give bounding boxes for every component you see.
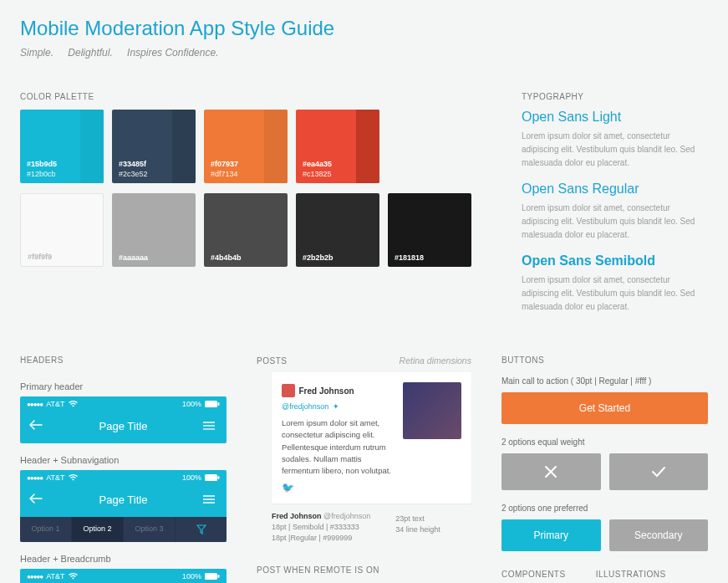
hex: #f9f9f9 bbox=[28, 253, 96, 261]
posts-label: POSTS bbox=[257, 356, 287, 366]
type-heading: Open Sans Regular bbox=[522, 182, 708, 197]
type-body: Lorem ipsum dolor sit amet, consectetur … bbox=[522, 130, 708, 170]
hex: #33485f bbox=[119, 160, 189, 168]
svg-rect-1 bbox=[218, 402, 220, 406]
accept-button[interactable] bbox=[609, 453, 709, 490]
wifi-icon bbox=[69, 573, 78, 580]
subnav: Option 1 Option 2 Option 3 bbox=[20, 517, 227, 542]
battery-pct: 100% bbox=[182, 400, 201, 408]
back-arrow-icon[interactable] bbox=[28, 418, 43, 433]
preferred-desc: 2 options one preferred bbox=[501, 504, 708, 513]
meta-line-4: 34 line height bbox=[395, 525, 440, 534]
tagline: Simple. Delightful. Inspires Confidence. bbox=[20, 47, 708, 59]
headers-label: HEADERS bbox=[20, 355, 227, 365]
type-heading: Open Sans Semibold bbox=[522, 253, 708, 268]
status-bar: ●●●●● AT&T 100% bbox=[20, 569, 227, 583]
swatch-row-1: #15b9d5 #12b0cb #33485f #2c3e52 #f07937 … bbox=[20, 110, 471, 183]
sub-header-subnav: Header + Subnavigation bbox=[20, 455, 227, 465]
signal-icon: ●●●●● bbox=[27, 573, 43, 580]
back-arrow-icon[interactable] bbox=[28, 492, 43, 507]
verified-icon: ✦ bbox=[333, 402, 339, 411]
post-meta: Fred Johnson @fredjohnson 18pt | Semibol… bbox=[272, 512, 471, 542]
battery-icon bbox=[205, 474, 220, 481]
meta-line-3: 23pt text bbox=[395, 514, 440, 523]
buttons-label: BUTTONS bbox=[501, 355, 708, 365]
post-handle: @fredjohnson bbox=[282, 402, 328, 411]
title-text: Page Title bbox=[99, 420, 148, 432]
post-author: Fred Johnson bbox=[299, 386, 354, 396]
meta-handle: @fredjohnson bbox=[323, 512, 370, 520]
primary-button[interactable]: Primary bbox=[501, 519, 601, 551]
secondary-button[interactable]: Secondary bbox=[609, 519, 709, 551]
swatch-navy: #33485f #2c3e52 bbox=[112, 110, 196, 183]
primary-header-mock: ●●●●● AT&T 100% Page Title bbox=[20, 396, 227, 443]
swatch-gray: #aaaaaa bbox=[112, 193, 196, 267]
illustrations-label: ILLUSTRATIONS bbox=[596, 570, 666, 579]
tagline-3: Inspires Confidence. bbox=[127, 47, 218, 59]
svg-rect-10 bbox=[205, 573, 217, 580]
title-text: Page Title bbox=[99, 494, 148, 506]
filter-icon[interactable] bbox=[176, 517, 227, 542]
hex: #aaaaaa bbox=[119, 253, 189, 262]
menu-icon[interactable] bbox=[203, 422, 218, 430]
type-sample-regular: Open Sans Regular Lorem ipsum dolor sit … bbox=[522, 182, 708, 242]
title-bar: Page Title bbox=[20, 412, 227, 443]
svg-rect-0 bbox=[205, 401, 217, 407]
type-body: Lorem ipsum dolor sit amet, consectetur … bbox=[522, 274, 708, 314]
typography-section: TYPOGRAPHY Open Sans Light Lorem ipsum d… bbox=[522, 92, 708, 325]
wifi-icon bbox=[69, 401, 78, 407]
meta-name: Fred Johnson bbox=[272, 512, 322, 520]
type-body: Lorem ipsum dolor sit amet, consectetur … bbox=[522, 202, 708, 242]
hex: #4b4b4b bbox=[211, 253, 281, 262]
battery-pct: 100% bbox=[182, 473, 201, 482]
carrier: AT&T bbox=[46, 572, 64, 580]
buttons-section: BUTTONS Main call to action ( 30pt | Reg… bbox=[501, 355, 708, 583]
hex: #2b2b2b bbox=[303, 253, 373, 262]
posts-remote-label: POST WHEN REMOTE IS ON bbox=[257, 565, 471, 575]
reject-button[interactable] bbox=[501, 453, 601, 490]
subnav-option-2[interactable]: Option 2 bbox=[72, 517, 124, 542]
avatar bbox=[282, 384, 295, 397]
equal-weight-desc: 2 options equal weight bbox=[501, 437, 708, 447]
components-block: COMPONENTS ✓ bbox=[501, 570, 566, 583]
svg-rect-5 bbox=[205, 474, 217, 481]
swatch-cyan: #15b9d5 #12b0cb bbox=[20, 110, 104, 183]
sub-header-breadcrumb: Header + Breadcrumb bbox=[20, 554, 227, 564]
post-card: Fred Johnson @fredjohnson ✦ Lorem ipsum … bbox=[272, 372, 471, 504]
menu-icon[interactable] bbox=[203, 495, 218, 504]
hex: #ea4a35 bbox=[303, 160, 373, 168]
swatch-charcoal: #2b2b2b bbox=[296, 193, 379, 267]
battery-pct: 100% bbox=[182, 572, 201, 580]
sub-primary-header: Primary header bbox=[20, 381, 227, 391]
cta-desc: Main call to action ( 30pt | Regular | #… bbox=[501, 376, 708, 386]
title-bar: Page Title bbox=[20, 485, 227, 517]
palette-label: COLOR PALETTE bbox=[20, 92, 471, 101]
palette-section: COLOR PALETTE #15b9d5 #12b0cb #33485f #2… bbox=[20, 92, 471, 325]
signal-icon: ●●●●● bbox=[27, 401, 43, 408]
swatch-orange: #f07937 #df7134 bbox=[204, 110, 288, 183]
status-bar: ●●●●● AT&T 100% bbox=[20, 396, 227, 412]
posts-note: Retina dimensions bbox=[400, 355, 471, 366]
swatch-red: #ea4a35 #c13825 bbox=[296, 110, 379, 183]
subnav-option-3[interactable]: Option 3 bbox=[124, 517, 176, 542]
post-image bbox=[403, 382, 461, 439]
hex-shade: #12b0cb bbox=[27, 170, 97, 178]
swatch-black: #181818 bbox=[388, 193, 471, 267]
carrier: AT&T bbox=[46, 400, 64, 408]
hex-shade: #2c3e52 bbox=[119, 170, 189, 178]
meta-line-1: 18pt | Semibold | #333333 bbox=[272, 523, 370, 531]
hex: #f07937 bbox=[211, 160, 281, 168]
battery-icon bbox=[205, 573, 220, 580]
subnav-option-1[interactable]: Option 1 bbox=[20, 517, 72, 542]
hex-shade: #df7134 bbox=[211, 170, 281, 178]
post-body: Lorem ipsum dolor sit amet, consectetur … bbox=[282, 417, 395, 477]
x-icon bbox=[544, 465, 557, 478]
twitter-icon: 🐦 bbox=[282, 482, 395, 494]
get-started-button[interactable]: Get Started bbox=[501, 392, 708, 424]
status-bar: ●●●●● AT&T 100% bbox=[20, 470, 227, 485]
swatch-darkgray: #4b4b4b bbox=[204, 193, 288, 267]
typography-label: TYPOGRAPHY bbox=[522, 92, 708, 101]
battery-icon bbox=[205, 401, 220, 407]
headers-section: HEADERS Primary header ●●●●● AT&T 100% P… bbox=[20, 355, 227, 583]
posts-section: POSTS Retina dimensions Fred Johnson @fr… bbox=[257, 355, 471, 583]
